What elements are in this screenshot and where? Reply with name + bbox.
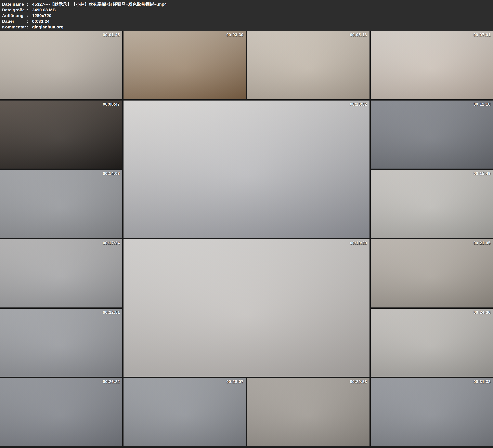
- filesize-label: Dateigröße: [2, 7, 27, 13]
- video-frame-thumbnail: 00:12:18: [371, 101, 493, 169]
- video-frame-thumbnail: 00:15:49: [371, 170, 493, 238]
- frame-timestamp-overlay: 00:19:20: [350, 241, 367, 245]
- duration-value: 00:33:24: [32, 19, 50, 24]
- video-frame-thumbnail: 00:21:05: [371, 239, 493, 307]
- video-frame-thumbnail: 00:29:53: [247, 378, 370, 446]
- video-frame-thumbnail: 00:01:45: [0, 31, 122, 99]
- video-frame-thumbnail: 00:03:30: [123, 31, 246, 99]
- frame-timestamp-overlay: 00:26:22: [103, 379, 120, 384]
- video-frame-thumbnail: 00:14:03: [0, 170, 122, 238]
- file-info-header: Dateiname : 45327----【默示录】【小林】丝袜塞嘴+红绳驷马+…: [0, 0, 493, 31]
- video-frame-thumbnail: 00:28:07: [123, 378, 246, 446]
- video-frame-thumbnail: 00:05:16: [247, 31, 370, 99]
- meta-row-filesize: Dateigröße : 2490.68 MB: [2, 7, 493, 13]
- frame-timestamp-overlay: 00:15:49: [473, 171, 491, 176]
- filesize-value: 2490.68 MB: [32, 7, 56, 13]
- video-frame-thumbnail: 00:31:38: [371, 378, 493, 446]
- video-frame-thumbnail: 00:08:47: [0, 101, 122, 169]
- meta-row-filename: Dateiname : 45327----【默示录】【小林】丝袜塞嘴+红绳驷马+…: [2, 1, 493, 7]
- comment-value: qinglanhua.org: [32, 24, 63, 30]
- filename-label: Dateiname: [2, 1, 27, 7]
- frame-timestamp-overlay: 00:10:32: [350, 102, 367, 107]
- resolution-label: Auflösung: [2, 13, 27, 19]
- frame-timestamp-overlay: 00:24:36: [473, 310, 491, 315]
- meta-row-duration: Dauer : 00:33:24: [2, 19, 493, 24]
- video-frame-thumbnail: 00:07:01: [371, 31, 493, 99]
- video-frame-thumbnail: 00:24:36: [371, 309, 493, 377]
- frame-timestamp-overlay: 00:07:01: [473, 33, 491, 37]
- frame-timestamp-overlay: 00:12:18: [473, 102, 491, 107]
- video-frame-thumbnail-large: 00:10:32: [123, 101, 370, 238]
- bottom-margin-bar: [0, 446, 493, 448]
- thumbnail-contact-sheet: 00:01:45 00:03:30 00:05:16 00:07:01 00:0…: [0, 31, 493, 446]
- frame-timestamp-overlay: 00:08:47: [103, 102, 120, 107]
- meta-row-resolution: Auflösung : 1280x720: [2, 13, 493, 19]
- video-frame-thumbnail: 00:22:51: [0, 309, 122, 377]
- filename-separator: :: [27, 1, 32, 7]
- frame-timestamp-overlay: 00:05:16: [350, 33, 367, 37]
- frame-timestamp-overlay: 00:17:34: [103, 241, 120, 245]
- filename-value: 45327----【默示录】【小林】丝袜塞嘴+红绳驷马+粉色胶带捆绑~.mp4: [32, 1, 167, 7]
- meta-row-comment: Kommentar : qinglanhua.org: [2, 24, 493, 30]
- frame-timestamp-overlay: 00:22:51: [103, 310, 120, 315]
- duration-label: Dauer: [2, 19, 27, 24]
- frame-timestamp-overlay: 00:28:07: [226, 379, 243, 384]
- frame-timestamp-overlay: 00:29:53: [350, 379, 367, 384]
- frame-timestamp-overlay: 00:21:05: [473, 241, 491, 245]
- video-frame-thumbnail: 00:17:34: [0, 239, 122, 307]
- resolution-value: 1280x720: [32, 13, 51, 19]
- filesize-separator: :: [27, 7, 32, 13]
- frame-timestamp-overlay: 00:14:03: [103, 171, 120, 176]
- comment-separator: :: [27, 24, 32, 30]
- resolution-separator: :: [27, 13, 32, 19]
- duration-separator: :: [27, 19, 32, 24]
- video-frame-thumbnail: 00:26:22: [0, 378, 122, 446]
- frame-timestamp-overlay: 00:03:30: [226, 33, 243, 37]
- video-frame-thumbnail-large: 00:19:20: [123, 239, 370, 377]
- frame-timestamp-overlay: 00:31:38: [473, 379, 491, 384]
- frame-timestamp-overlay: 00:01:45: [103, 33, 120, 37]
- comment-label: Kommentar: [2, 24, 27, 30]
